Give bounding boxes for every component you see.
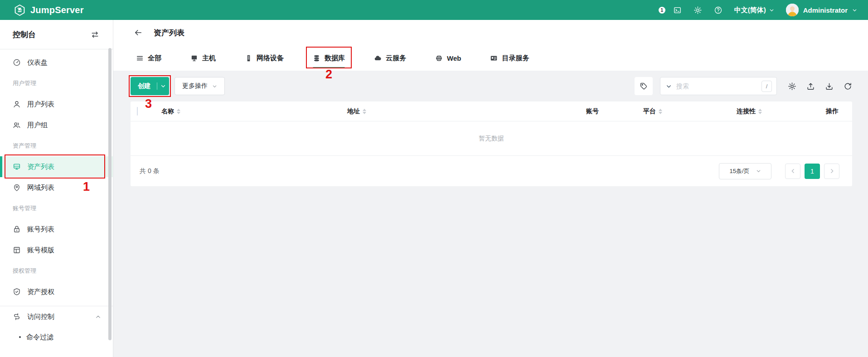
column-settings-gear-icon[interactable] (788, 82, 796, 91)
app-header: JumpServer 1 (0, 0, 868, 20)
tab-directory-service[interactable]: 目录服务 (490, 45, 529, 71)
tab-label: 云服务 (386, 54, 406, 63)
sidebar-item-asset-permissions[interactable]: 资产授权 (0, 281, 113, 302)
tag-filter-button[interactable] (635, 77, 653, 95)
sidebar-item-label: 用户组 (27, 121, 48, 130)
column-header-platform[interactable]: 平台 (643, 107, 737, 116)
user-icon (13, 100, 21, 108)
sidebar-subitem-label: 命令过滤 (26, 333, 53, 342)
asset-monitor-icon (13, 163, 21, 171)
globe-icon (435, 54, 443, 62)
template-icon (13, 246, 21, 254)
help-icon[interactable] (714, 6, 723, 14)
column-header-actions: 操作 (821, 107, 852, 116)
sidebar-collapse-icon[interactable] (91, 30, 99, 39)
language-selector[interactable]: 中文(简体) (734, 6, 774, 14)
more-actions-button[interactable]: 更多操作 (175, 77, 225, 95)
chevron-down-icon (212, 84, 217, 89)
lock-icon (13, 225, 21, 233)
select-all-checkbox[interactable] (137, 107, 138, 116)
sidebar-item-account-templates[interactable]: 账号模版 (0, 240, 113, 261)
sort-icon[interactable] (659, 109, 662, 114)
asset-type-tabs: 全部 主机 网络设备 (113, 45, 868, 71)
table-header-row: 名称 地址 账号 平台 连接性 (131, 101, 852, 121)
page-title: 资产列表 (154, 28, 184, 38)
sidebar-item-user-list[interactable]: 用户列表 (0, 94, 113, 115)
column-header-name[interactable]: 名称 (161, 107, 347, 116)
main-content: 资产列表 全部 主机 (113, 20, 868, 357)
page-size-value: 15条/页 (729, 167, 749, 175)
sidebar: 控制台 仪表盘 用户管理 (0, 20, 113, 357)
jumpserver-logo-icon (14, 4, 26, 16)
tab-host[interactable]: 主机 (190, 45, 216, 71)
sidebar-item-label: 访问控制 (27, 313, 54, 321)
section-label-accounts: 账号管理 (0, 198, 113, 219)
user-menu[interactable]: Administrator (786, 4, 857, 16)
chevron-down-icon (769, 8, 774, 13)
search-shortcut-badge: / (761, 81, 772, 92)
sidebar-scrollbar[interactable] (108, 48, 112, 340)
sidebar-item-user-groups[interactable]: 用户组 (0, 115, 113, 135)
tab-label: 目录服务 (502, 54, 529, 63)
refresh-icon[interactable] (844, 82, 852, 91)
network-device-icon (245, 54, 252, 62)
column-header-connectivity[interactable]: 连接性 (737, 107, 821, 116)
language-label: 中文(简体) (734, 6, 766, 14)
sort-icon[interactable] (363, 109, 366, 114)
chevron-down-icon (852, 8, 857, 13)
column-header-address[interactable]: 地址 (347, 107, 586, 116)
acl-icon (13, 313, 21, 321)
sort-icon[interactable] (177, 109, 180, 114)
sidebar-item-domain-list[interactable]: 网域列表 (0, 177, 113, 198)
app-logo[interactable]: JumpServer (14, 4, 84, 16)
database-icon (313, 54, 320, 62)
chevron-down-icon (756, 169, 761, 174)
list-icon (136, 54, 144, 62)
next-page-button[interactable] (824, 164, 839, 179)
sidebar-item-access-control[interactable]: 访问控制 (0, 306, 113, 327)
tab-database[interactable]: 数据库 2 (313, 45, 345, 71)
tab-label: 全部 (148, 54, 161, 63)
column-label: 平台 (643, 107, 656, 116)
tab-label: 主机 (202, 54, 216, 63)
web-terminal-icon[interactable] (673, 6, 682, 14)
previous-page-button[interactable] (785, 164, 800, 179)
more-actions-label: 更多操作 (182, 82, 208, 90)
sidebar-item-account-list[interactable]: 账号列表 (0, 219, 113, 240)
create-button[interactable]: 创建 (131, 77, 169, 95)
chevron-right-icon (829, 168, 835, 174)
column-label: 账号 (586, 107, 599, 116)
bullet-dot (19, 336, 21, 338)
sidebar-item-label: 账号模版 (27, 246, 54, 255)
tab-label: Web (447, 54, 461, 62)
search-box: / (660, 77, 777, 95)
page-size-select[interactable]: 15条/页 (719, 163, 771, 179)
sidebar-subitem-command-filter[interactable]: 命令过滤 (0, 327, 113, 347)
tab-all[interactable]: 全部 (136, 45, 161, 71)
tab-cloud[interactable]: 云服务 (374, 45, 406, 71)
tab-label: 网络设备 (257, 54, 284, 63)
sidebar-item-dashboard[interactable]: 仪表盘 (0, 52, 113, 73)
create-dropdown-chevron-icon[interactable] (157, 83, 169, 89)
current-page-button[interactable]: 1 (805, 164, 820, 179)
cloud-icon (374, 54, 382, 62)
back-arrow-icon[interactable] (134, 28, 143, 37)
pagination: 15条/页 1 (719, 163, 839, 179)
user-name: Administrator (803, 6, 848, 14)
export-download-icon[interactable] (825, 82, 834, 91)
sidebar-item-label: 用户列表 (27, 100, 54, 109)
column-label: 名称 (161, 107, 174, 116)
sidebar-item-label: 账号列表 (27, 225, 54, 234)
sidebar-nav: 仪表盘 用户管理 用户列表 用户组 (0, 49, 113, 347)
search-input[interactable] (676, 82, 757, 90)
tab-network-device[interactable]: 网络设备 (245, 45, 284, 71)
total-count: 共 0 条 (140, 167, 160, 175)
sidebar-item-asset-list[interactable]: 资产列表 (0, 156, 113, 177)
section-label-perms: 授权管理 (0, 261, 113, 281)
table-footer: 共 0 条 15条/页 1 (131, 156, 852, 186)
search-filter-chevron-icon[interactable] (666, 83, 672, 89)
sort-icon[interactable] (758, 109, 762, 114)
settings-gear-icon[interactable] (693, 6, 702, 14)
import-upload-icon[interactable] (806, 82, 815, 91)
tab-web[interactable]: Web (435, 45, 461, 71)
